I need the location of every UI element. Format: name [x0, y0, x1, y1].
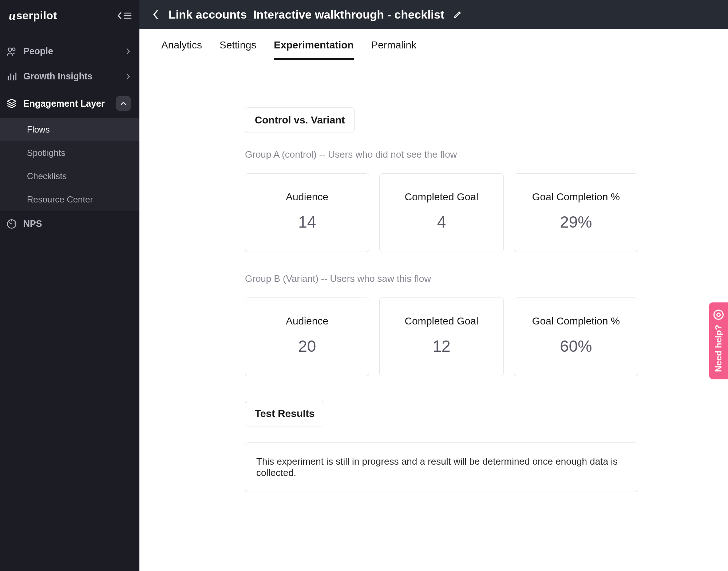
- sidebar-collapse-button[interactable]: [117, 11, 132, 20]
- chevron-right-icon: [126, 73, 131, 80]
- sidebar-item-growth-insights[interactable]: Growth Insights: [0, 64, 139, 89]
- stat-title: Goal Completion %: [522, 315, 630, 327]
- bar-chart-icon: [7, 71, 19, 82]
- brand-logo[interactable]: userpilot: [9, 9, 57, 23]
- tab-experimentation[interactable]: Experimentation: [274, 39, 353, 60]
- stat-title: Audience: [253, 315, 361, 327]
- stat-card-audience: Audience 14: [245, 173, 369, 252]
- collapse-section-button[interactable]: [116, 96, 131, 111]
- svg-point-0: [8, 48, 12, 51]
- pencil-icon: [453, 10, 462, 19]
- logo-mark: u: [9, 9, 16, 23]
- test-results-message: This experiment is still in progress and…: [245, 442, 638, 492]
- nav-label: Engagement Layer: [23, 98, 116, 109]
- sidebar-item-nps[interactable]: NPS: [0, 211, 139, 236]
- page-title: Link accounts_Interactive walkthrough - …: [169, 8, 444, 21]
- stat-card-completed-goal: Completed Goal 12: [379, 298, 503, 376]
- logo-text: serpilot: [16, 9, 57, 22]
- section-heading-control-vs-variant: Control vs. Variant: [245, 107, 355, 133]
- stat-value: 12: [387, 337, 496, 355]
- stat-value: 20: [253, 337, 361, 355]
- stat-card-goal-completion: Goal Completion % 29%: [514, 173, 638, 252]
- group-b-stats: Audience 20 Completed Goal 12 Goal Compl…: [245, 298, 638, 376]
- nav-label: Growth Insights: [23, 71, 126, 82]
- gauge-icon: [7, 219, 19, 229]
- stat-value: 14: [253, 213, 361, 231]
- nav-label: People: [23, 46, 126, 56]
- group-a-label: Group A (control) -- Users who did not s…: [245, 149, 638, 160]
- need-help-button[interactable]: Need help?: [709, 302, 728, 379]
- chevron-up-icon: [120, 101, 127, 106]
- group-a-stats: Audience 14 Completed Goal 4 Goal Comple…: [245, 173, 638, 252]
- stat-title: Completed Goal: [387, 315, 496, 327]
- svg-point-1: [12, 48, 15, 50]
- stat-title: Audience: [253, 191, 361, 203]
- edit-title-button[interactable]: [453, 10, 462, 19]
- engagement-subnav: Flows Spotlights Checklists Resource Cen…: [0, 118, 139, 211]
- tab-settings[interactable]: Settings: [219, 39, 256, 60]
- subnav-item-spotlights[interactable]: Spotlights: [0, 141, 139, 165]
- menu-icon: [123, 11, 132, 20]
- stat-title: Completed Goal: [387, 191, 496, 203]
- stat-title: Goal Completion %: [522, 191, 630, 203]
- stat-card-completed-goal: Completed Goal 4: [379, 173, 503, 252]
- chevron-right-icon: [126, 48, 131, 55]
- lifebuoy-icon: [713, 310, 724, 320]
- help-label: Need help?: [713, 325, 724, 372]
- tabs: Analytics Settings Experimentation Perma…: [139, 29, 728, 60]
- sidebar-item-engagement-layer[interactable]: Engagement Layer: [0, 89, 139, 118]
- subnav-item-checklists[interactable]: Checklists: [0, 165, 139, 188]
- content: Control vs. Variant Group A (control) --…: [139, 60, 728, 571]
- sidebar-item-people[interactable]: People: [0, 39, 139, 64]
- stat-value: 60%: [522, 337, 630, 355]
- chevron-left-icon: [152, 9, 160, 20]
- subnav-item-flows[interactable]: Flows: [0, 118, 139, 141]
- main: Link accounts_Interactive walkthrough - …: [139, 0, 728, 571]
- subnav-item-resource-center[interactable]: Resource Center: [0, 188, 139, 211]
- section-heading-test-results: Test Results: [245, 401, 324, 426]
- nav: People Growth Insights Engagement Laye: [0, 31, 139, 236]
- sidebar: userpilot People Growth I: [0, 0, 139, 571]
- tab-permalink[interactable]: Permalink: [371, 39, 416, 60]
- back-button[interactable]: [152, 9, 160, 20]
- layers-icon: [7, 98, 19, 109]
- stat-card-goal-completion: Goal Completion % 60%: [514, 298, 638, 376]
- nav-label: NPS: [23, 218, 131, 229]
- stat-value: 29%: [522, 213, 630, 231]
- group-b-label: Group B (Variant) -- Users who saw this …: [245, 273, 638, 284]
- tab-analytics[interactable]: Analytics: [161, 39, 202, 60]
- stat-card-audience: Audience 20: [245, 298, 369, 376]
- topbar: Link accounts_Interactive walkthrough - …: [139, 0, 728, 29]
- chevron-left-icon: [117, 11, 123, 20]
- stat-value: 4: [387, 213, 496, 231]
- people-icon: [7, 46, 19, 56]
